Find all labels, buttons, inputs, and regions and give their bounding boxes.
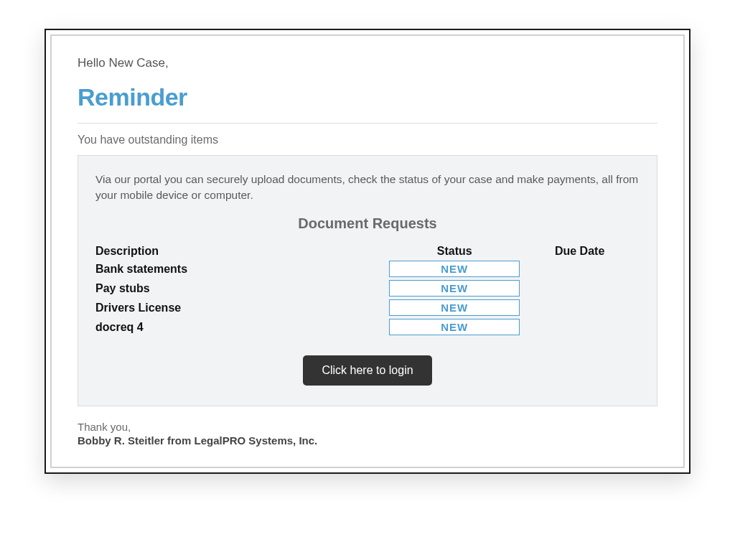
panel-heading: Document Requests: [95, 215, 640, 232]
greeting-text: Hello New Case,: [78, 56, 657, 70]
row-description: docreq 4: [95, 317, 389, 337]
table-header-row: Description Status Due Date: [95, 245, 640, 259]
row-due-date: [520, 298, 640, 317]
signature-text: Bobby R. Steitler from LegalPRO Systems,…: [78, 434, 657, 447]
status-badge: NEW: [389, 299, 520, 316]
row-status-cell: NEW: [389, 298, 520, 317]
panel-intro-text: Via our portal you can securely upload d…: [95, 172, 640, 202]
col-header-due-date: Due Date: [520, 245, 640, 259]
row-status-cell: NEW: [389, 259, 520, 279]
outstanding-items-text: You have outstanding items: [78, 134, 657, 146]
table-row: docreq 4 NEW: [95, 317, 640, 337]
login-button[interactable]: Click here to login: [303, 355, 431, 386]
row-description: Pay stubs: [95, 279, 389, 298]
table-row: Drivers License NEW: [95, 298, 640, 317]
status-badge: NEW: [389, 280, 520, 297]
row-due-date: [520, 279, 640, 298]
col-header-status: Status: [389, 245, 520, 259]
row-status-cell: NEW: [389, 317, 520, 337]
email-inner-frame: Hello New Case, Reminder You have outsta…: [50, 34, 685, 468]
login-button-wrap: Click here to login: [95, 355, 640, 386]
table-row: Bank statements NEW: [95, 259, 640, 279]
row-due-date: [520, 259, 640, 279]
row-description: Bank statements: [95, 259, 389, 279]
col-header-description: Description: [95, 245, 389, 259]
row-status-cell: NEW: [389, 279, 520, 298]
document-requests-table: Description Status Due Date Bank stateme…: [95, 245, 640, 337]
reminder-title: Reminder: [78, 83, 657, 111]
row-description: Drivers License: [95, 298, 389, 317]
row-due-date: [520, 317, 640, 337]
table-row: Pay stubs NEW: [95, 279, 640, 298]
thankyou-text: Thank you,: [78, 421, 657, 433]
status-badge: NEW: [389, 319, 520, 335]
status-badge: NEW: [389, 261, 520, 277]
email-outer-frame: Hello New Case, Reminder You have outsta…: [45, 29, 690, 474]
document-requests-panel: Via our portal you can securely upload d…: [78, 155, 657, 406]
divider: [78, 123, 657, 123]
